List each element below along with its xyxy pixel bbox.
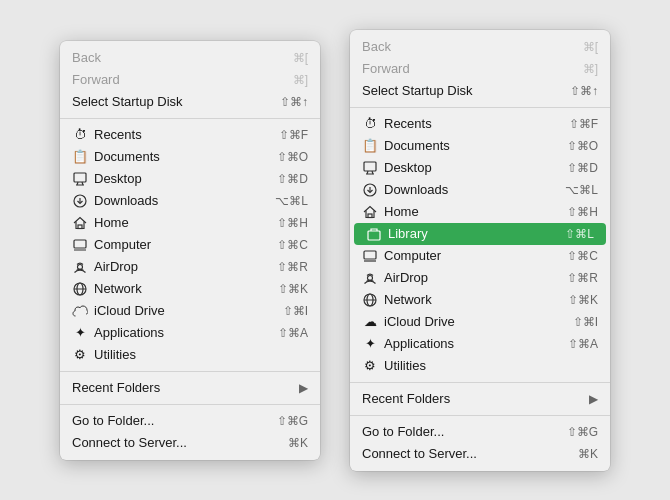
r-documents-item[interactable]: 📋 Documents ⇧⌘O — [350, 135, 610, 157]
desktop-icon — [72, 171, 88, 187]
r-airdrop-item[interactable]: AirDrop ⇧⌘R — [350, 267, 610, 289]
recents-item[interactable]: ⏱ Recents ⇧⌘F — [60, 124, 320, 146]
select-startup-label: Select Startup Disk — [72, 94, 183, 109]
forward-shortcut: ⌘] — [293, 73, 308, 87]
r-recents-item[interactable]: ⏱ Recents ⇧⌘F — [350, 113, 610, 135]
network-label: Network — [94, 281, 142, 296]
r-select-startup-shortcut: ⇧⌘↑ — [570, 84, 598, 98]
back-shortcut: ⌘[ — [293, 51, 308, 65]
goto-folder-item[interactable]: Go to Folder... ⇧⌘G — [60, 410, 320, 432]
r-connect-server-item[interactable]: Connect to Server... ⌘K — [350, 443, 610, 465]
r-icloud-item[interactable]: ☁ iCloud Drive ⇧⌘I — [350, 311, 610, 333]
r-divider-3 — [350, 415, 610, 416]
recent-folders-label: Recent Folders — [72, 380, 160, 395]
svg-rect-20 — [368, 231, 380, 240]
connect-server-item[interactable]: Connect to Server... ⌘K — [60, 432, 320, 454]
forward-item[interactable]: Forward ⌘] — [60, 69, 320, 91]
desktop-item[interactable]: Desktop ⇧⌘D — [60, 168, 320, 190]
r-network-icon — [362, 292, 378, 308]
r-forward-shortcut: ⌘] — [583, 62, 598, 76]
r-applications-icon: ✦ — [362, 336, 378, 352]
r-select-startup-label: Select Startup Disk — [362, 83, 473, 98]
documents-item[interactable]: 📋 Documents ⇧⌘O — [60, 146, 320, 168]
select-startup-item[interactable]: Select Startup Disk ⇧⌘↑ — [60, 91, 320, 113]
r-airdrop-icon — [362, 270, 378, 286]
r-documents-label: Documents — [384, 138, 450, 153]
r-library-icon — [366, 226, 382, 242]
applications-icon: ✦ — [72, 325, 88, 341]
r-utilities-label: Utilities — [384, 358, 426, 373]
svg-rect-7 — [74, 240, 86, 248]
r-applications-item[interactable]: ✦ Applications ⇧⌘A — [350, 333, 610, 355]
divider-2 — [60, 371, 320, 372]
utilities-item[interactable]: ⚙ Utilities — [60, 344, 320, 366]
back-item[interactable]: Back ⌘[ — [60, 47, 320, 69]
home-item[interactable]: Home ⇧⌘H — [60, 212, 320, 234]
r-goto-folder-shortcut: ⇧⌘G — [567, 425, 598, 439]
r-downloads-label: Downloads — [384, 182, 448, 197]
computer-item[interactable]: Computer ⇧⌘C — [60, 234, 320, 256]
r-downloads-shortcut: ⌥⌘L — [565, 183, 598, 197]
svg-rect-0 — [74, 173, 86, 182]
airdrop-item[interactable]: AirDrop ⇧⌘R — [60, 256, 320, 278]
svg-rect-21 — [364, 251, 376, 259]
computer-icon — [72, 237, 88, 253]
r-utilities-icon: ⚙ — [362, 358, 378, 374]
r-downloads-item[interactable]: Downloads ⌥⌘L — [350, 179, 610, 201]
r-computer-item[interactable]: Computer ⇧⌘C — [350, 245, 610, 267]
r-library-item[interactable]: Library ⇧⌘L — [354, 223, 606, 245]
computer-shortcut: ⇧⌘C — [277, 238, 308, 252]
r-back-item[interactable]: Back ⌘[ — [350, 36, 610, 58]
r-recent-folders-item[interactable]: Recent Folders ▶ — [350, 388, 610, 410]
r-recents-icon: ⏱ — [362, 116, 378, 132]
r-home-icon — [362, 204, 378, 220]
icloud-item[interactable]: iCloud Drive ⇧⌘I — [60, 300, 320, 322]
r-applications-label: Applications — [384, 336, 454, 351]
r-back-shortcut: ⌘[ — [583, 40, 598, 54]
r-recent-folders-arrow: ▶ — [589, 392, 598, 406]
r-computer-shortcut: ⇧⌘C — [567, 249, 598, 263]
r-library-label: Library — [388, 226, 428, 241]
network-item[interactable]: Network ⇧⌘K — [60, 278, 320, 300]
recents-icon: ⏱ — [72, 127, 88, 143]
select-startup-shortcut: ⇧⌘↑ — [280, 95, 308, 109]
r-home-label: Home — [384, 204, 419, 219]
r-desktop-shortcut: ⇧⌘D — [567, 161, 598, 175]
r-desktop-icon — [362, 160, 378, 176]
icloud-icon — [72, 303, 88, 319]
downloads-icon — [72, 193, 88, 209]
recent-folders-item[interactable]: Recent Folders ▶ — [60, 377, 320, 399]
r-select-startup-item[interactable]: Select Startup Disk ⇧⌘↑ — [350, 80, 610, 102]
r-divider-1 — [350, 107, 610, 108]
r-divider-2 — [350, 382, 610, 383]
r-network-item[interactable]: Network ⇧⌘K — [350, 289, 610, 311]
forward-label: Forward — [72, 72, 120, 87]
menu-left[interactable]: Back ⌘[ Forward ⌘] Select Startup Disk ⇧… — [60, 41, 320, 460]
goto-folder-label: Go to Folder... — [72, 413, 154, 428]
r-home-item[interactable]: Home ⇧⌘H — [350, 201, 610, 223]
utilities-label: Utilities — [94, 347, 136, 362]
r-desktop-item[interactable]: Desktop ⇧⌘D — [350, 157, 610, 179]
r-documents-shortcut: ⇧⌘O — [567, 139, 598, 153]
r-home-shortcut: ⇧⌘H — [567, 205, 598, 219]
r-recents-label: Recents — [384, 116, 432, 131]
r-utilities-item[interactable]: ⚙ Utilities — [350, 355, 610, 377]
network-icon — [72, 281, 88, 297]
airdrop-shortcut: ⇧⌘R — [277, 260, 308, 274]
applications-label: Applications — [94, 325, 164, 340]
downloads-item[interactable]: Downloads ⌥⌘L — [60, 190, 320, 212]
svg-rect-6 — [78, 225, 82, 229]
r-icloud-icon: ☁ — [362, 314, 378, 330]
r-network-shortcut: ⇧⌘K — [568, 293, 598, 307]
r-connect-server-label: Connect to Server... — [362, 446, 477, 461]
r-forward-label: Forward — [362, 61, 410, 76]
r-forward-item[interactable]: Forward ⌘] — [350, 58, 610, 80]
r-goto-folder-item[interactable]: Go to Folder... ⇧⌘G — [350, 421, 610, 443]
divider-1 — [60, 118, 320, 119]
home-label: Home — [94, 215, 129, 230]
documents-label: Documents — [94, 149, 160, 164]
applications-item[interactable]: ✦ Applications ⇧⌘A — [60, 322, 320, 344]
menu-right[interactable]: Back ⌘[ Forward ⌘] Select Startup Disk ⇧… — [350, 30, 610, 471]
r-goto-folder-label: Go to Folder... — [362, 424, 444, 439]
r-desktop-label: Desktop — [384, 160, 432, 175]
